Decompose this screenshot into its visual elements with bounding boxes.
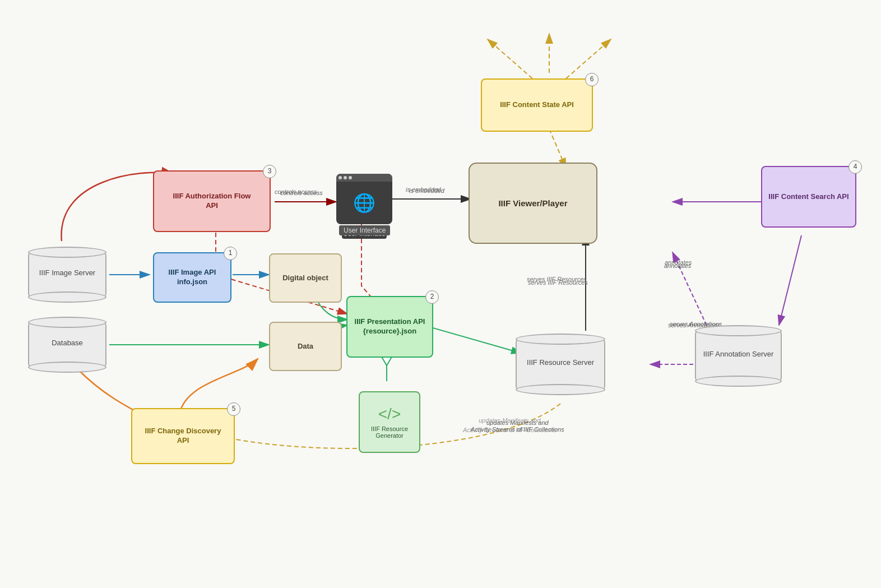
is-embedded-label: is embedded: [406, 186, 441, 193]
auth-api-badge: 3: [263, 165, 276, 178]
iiif-image-server-label: IIIF Image Server: [39, 268, 95, 277]
change-discovery-label: IIIF Change Discovery API: [145, 427, 221, 446]
image-api-label: IIIF Image API info.json: [169, 268, 216, 287]
database: Database: [28, 317, 106, 373]
content-state-badge: 6: [585, 73, 599, 86]
data-box: Data: [269, 322, 342, 371]
viewer-box: IIIF Viewer/Player: [469, 163, 597, 244]
auth-api-box: 3 IIIF Authorization Flow API: [153, 170, 271, 232]
code-icon: </>: [378, 405, 401, 423]
svg-line-15: [423, 325, 521, 353]
presentation-api-box: 2 IIIF Presentation API {resource}.json: [346, 296, 433, 358]
image-api-badge: 1: [224, 247, 237, 260]
change-discovery-badge: 5: [227, 402, 240, 416]
updates-manifests-label: updates Manifests and Activity Streams o…: [463, 416, 557, 434]
annotation-server: IIIF Annotation Server: [695, 325, 782, 387]
serves-iiif-label: serves IIIF Resources: [528, 279, 588, 286]
presentation-api-badge: 2: [425, 290, 439, 304]
iiif-image-server: IIIF Image Server: [28, 247, 106, 303]
ui-box: 🌐: [336, 174, 392, 224]
data-label: Data: [298, 342, 313, 351]
content-search-box: 4 IIIF Content Search API: [761, 166, 856, 228]
content-state-label: IIIF Content State API: [500, 100, 574, 110]
presentation-api-label: IIIF Presentation API {resource}.json: [355, 317, 425, 336]
resource-generator-label: IIIF Resource Generator: [364, 425, 415, 439]
viewer-label: IIIF Viewer/Player: [498, 198, 567, 209]
arrows-svg: [0, 0, 881, 588]
database-label: Database: [52, 339, 83, 347]
digital-object-box: Digital object: [269, 253, 342, 303]
auth-api-label: IIIF Authorization Flow API: [173, 192, 251, 211]
resource-generator-box: </> IIIF Resource Generator: [359, 391, 420, 453]
content-search-badge: 4: [848, 160, 862, 174]
change-discovery-box: 5 IIIF Change Discovery API: [131, 408, 235, 464]
resource-server-label: IIIF Resource Server: [527, 358, 594, 367]
annotates-label: annotates: [665, 259, 692, 266]
digital-object-label: Digital object: [282, 274, 328, 283]
annotation-server-label: IIIF Annotation Server: [703, 350, 774, 358]
ui-label-text: User Interface: [339, 225, 390, 235]
controls-access-label: controls access: [275, 188, 317, 195]
content-state-box: 6 IIIF Content State API: [481, 78, 593, 132]
resource-server: IIIF Resource Server: [516, 334, 605, 395]
svg-line-22: [779, 235, 801, 325]
content-search-label: IIIF Content Search API: [768, 192, 848, 202]
image-api-box: 1 IIIF Image API info.json: [153, 252, 231, 303]
diagram-container: controls access is embedded serves IIIF …: [0, 0, 881, 588]
